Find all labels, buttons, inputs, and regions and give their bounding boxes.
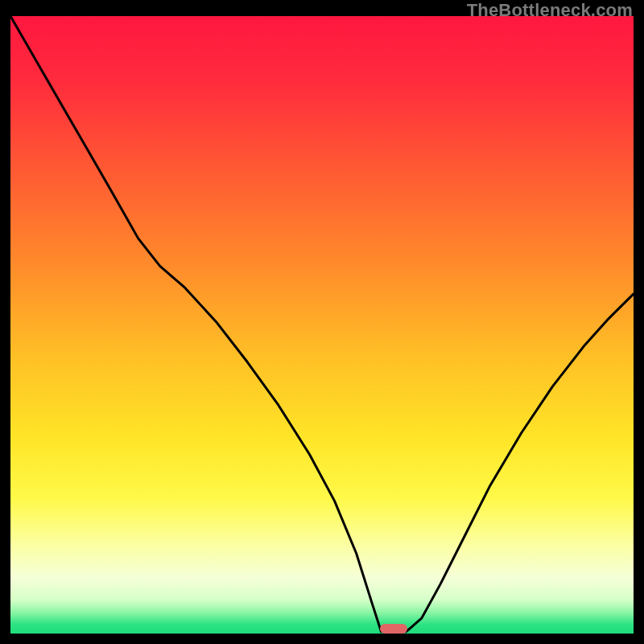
plot-area: [10, 16, 634, 634]
watermark-text: TheBottleneck.com: [467, 0, 633, 21]
bottleneck-curve: [10, 16, 634, 634]
optimal-point-marker: [380, 624, 407, 634]
chart-frame: TheBottleneck.com: [0, 0, 644, 644]
